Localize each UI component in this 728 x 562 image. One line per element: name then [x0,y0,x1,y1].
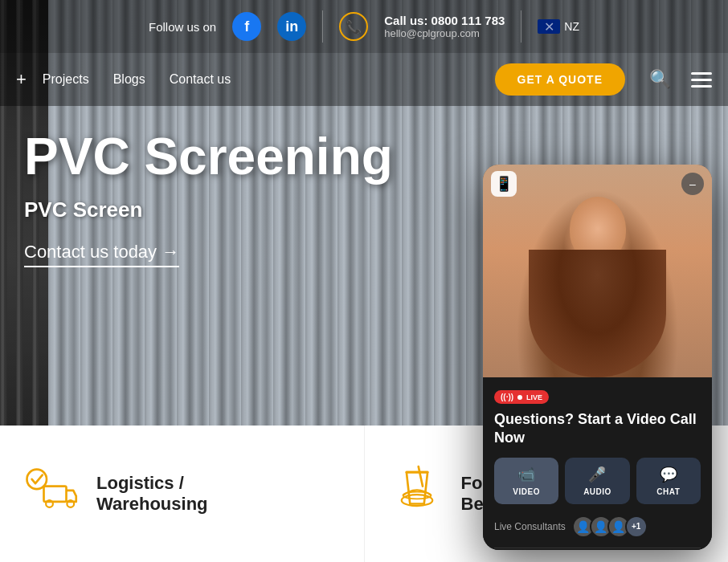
logistics-title: Logistics / [96,473,208,494]
nav-plus-icon[interactable]: + [16,69,27,90]
phone-icon: 📞 [339,12,368,41]
chat-btn-label: CHAT [656,487,680,496]
consultant-avatars: 👤 👤 👤 +1 [572,515,648,538]
video-btn-icon: 📹 [517,466,536,483]
audio-btn-icon: 🎤 [588,466,607,483]
audio-btn-label: AUDIO [583,487,611,496]
nav-bar: + Projects Blogs Contact us GET A QUOTE … [0,53,728,106]
hamburger-line-3 [691,85,712,88]
hero-subtitle: PVC Screen [24,198,393,222]
live-label: LIVE [526,393,542,401]
linkedin-icon[interactable]: in [277,12,306,41]
contact-info: Call us: 0800 111 783 hello@cplgroup.com [384,14,505,39]
facebook-icon[interactable]: f [232,12,261,41]
hamburger-line-1 [691,72,712,75]
country-code: NZ [564,20,579,33]
video-call-widget: 📱 – ((·)) LIVE Questions? Start a Video … [483,165,712,550]
logistics-card: Logistics / Warehousing [0,426,364,562]
truck-icon [24,462,80,527]
widget-action-buttons: 📹 VIDEO 🎤 AUDIO 💬 CHAT [494,458,701,504]
video-button[interactable]: 📹 VIDEO [494,458,558,504]
live-dot [517,395,522,400]
hamburger-menu-icon[interactable] [691,72,712,88]
live-badge: ((·)) LIVE [494,390,549,404]
svg-rect-1 [44,486,67,501]
widget-bottom: ((·)) LIVE Questions? Start a Video Call… [483,377,712,550]
logistics-title2: Warehousing [96,494,208,515]
nav-links: Projects Blogs Contact us [43,72,487,87]
divider-2 [521,10,521,43]
hero-content: PVC Screening PVC Screen Contact us toda… [24,128,393,267]
audio-button[interactable]: 🎤 AUDIO [565,458,629,504]
chat-btn-icon: 💬 [660,466,678,483]
top-bar: Follow us on f in 📞 Call us: 0800 111 78… [0,0,728,53]
phone-small-icon: 📱 [491,171,517,197]
avatar-extra: +1 [625,515,648,538]
powered-by: Powered by 🔔 knock knock [494,548,701,550]
widget-top-bar: 📱 – [491,171,704,197]
phone-number: Call us: 0800 111 783 [384,14,505,27]
live-consultants: Live Consultants 👤 👤 👤 +1 [494,515,701,538]
nav-contact[interactable]: Contact us [170,72,231,87]
hero-title: PVC Screening [24,128,393,185]
consultants-label: Live Consultants [494,521,566,532]
wifi-icon: ((·)) [501,393,513,401]
hero-cta-link[interactable]: Contact us today → [24,242,179,267]
nz-flag-icon [538,19,560,34]
video-btn-label: VIDEO [513,487,540,496]
video-area: 📱 – [483,165,712,377]
chat-button[interactable]: 💬 CHAT [636,458,701,504]
nav-blogs[interactable]: Blogs [113,72,145,87]
country-selector[interactable]: NZ [538,19,579,34]
svg-line-5 [418,466,422,487]
hamburger-line-2 [691,79,712,81]
email-address: hello@cplgroup.com [384,27,505,39]
divider [322,10,323,43]
nav-projects[interactable]: Projects [43,72,89,87]
widget-question: Questions? Start a Video Call Now [494,410,701,448]
get-quote-button[interactable]: GET A QUOTE [495,63,625,96]
follow-us-text: Follow us on [149,20,216,34]
close-widget-button[interactable]: – [681,173,704,195]
food-icon [389,462,445,527]
search-icon[interactable]: 🔍 [649,69,671,90]
